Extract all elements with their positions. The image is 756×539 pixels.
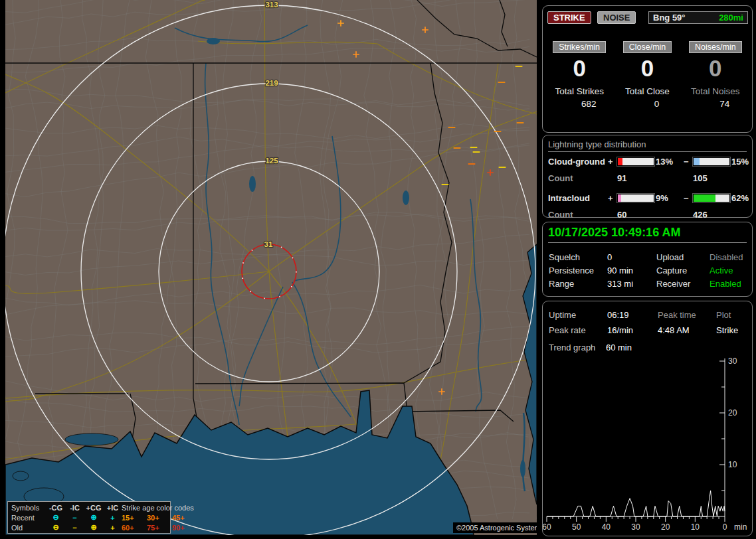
age-code: 45+ [172,514,197,522]
svg-text:20: 20 [661,522,670,532]
status-state: Disabled [709,252,748,262]
neg-count: 105 [693,173,731,183]
svg-text:10: 10 [691,522,700,532]
strike-stats-panel: STRIKE NOISE Bng 59° 280mi Strikes/min0T… [542,5,753,133]
range-value: 280mi [719,13,743,23]
legend-row: Old⊖−⊕+60+75+90+ [8,522,170,532]
status-value: 0 [607,252,656,262]
bar-fill [618,194,621,202]
neg-cg-symbol: ⊖ [46,513,66,522]
distribution-bar [693,157,730,166]
status-label: Capture [656,266,709,275]
ring-label-313: 313 [265,1,278,9]
status-label: Range [549,279,607,289]
map-canvas[interactable]: 31125219313 Symbols-CG-IC+CG+ICStrike ag… [5,0,537,535]
neg-ic-symbol: − [66,524,84,532]
strike-button[interactable]: STRIKE [547,11,591,24]
bar-fill [618,158,622,165]
svg-text:10: 10 [728,460,737,469]
bearing-range-display: Bng 59° 280mi [648,11,748,24]
status-rows: Squelch0UploadDisabledPersistence90 minC… [549,250,748,290]
trend-chart: 1020300102030405060min [543,301,751,534]
status-label: Squelch [549,252,607,262]
svg-text:0: 0 [723,522,727,532]
total-label: Total Strikes [545,86,613,96]
pos-percent: 13% [656,157,684,167]
distribution-bar [693,194,730,202]
lightning-map: 31125219313 [5,0,537,535]
rate-value: 0 [613,55,681,82]
plus-sign: + [608,157,617,167]
distribution-bar [617,157,654,166]
ring-label-125: 125 [265,157,278,165]
rate-label: Close/min [623,41,672,53]
age-code: 15+ [122,514,147,522]
legend-age-header: Strike age color codes [122,504,197,512]
total-value: 74 [691,99,756,109]
count-row: Count60426 [548,206,751,223]
total-value: 0 [622,99,690,109]
age-code: 90+ [172,524,197,532]
ring-label-31: 31 [264,240,273,248]
status-state: Enabled [709,279,748,289]
svg-text:40: 40 [602,522,611,532]
rate-counters: Strikes/min0Total Strikes682Close/min0To… [545,40,749,109]
rate-counter-column: Strikes/min0Total Strikes682 [545,40,613,109]
copyright: ©2005 Astrogenic Systems [453,522,537,533]
rate-counter-column: Close/min0Total Close0 [613,40,681,109]
bar-fill [694,158,700,165]
age-code: 60+ [122,524,147,532]
svg-text:20: 20 [728,408,737,418]
legend-row-label: Recent [11,514,46,522]
status-label: Receiver [656,279,709,289]
status-row: Range313 miReceiverEnabled [549,277,748,290]
rate-counter-column: Noises/min0Total Noises74 [682,40,749,109]
total-label: Total Close [613,86,681,96]
status-panel: 10/17/2025 10:49:16 AM Squelch0UploadDis… [542,222,753,297]
noise-button[interactable]: NOISE [597,11,636,24]
legend-row: Recent⊖−⊕+15+30+45+ [8,512,170,522]
rate-label: Noises/min [689,41,742,53]
datetime-display: 10/17/2025 10:49:16 AM [548,226,747,243]
pos-count: 60 [617,210,656,220]
legend-header: +IC [104,504,122,512]
pos-percent: 9% [656,193,684,203]
rate-value: 0 [545,55,613,82]
svg-text:50: 50 [572,522,581,532]
status-label: Persistence [549,266,607,275]
plus-sign: + [608,193,617,203]
neg-cg-symbol: ⊖ [46,523,66,532]
pos-ic-symbol: + [104,514,122,522]
neg-percent: 62% [731,193,756,203]
svg-text:60: 60 [543,522,551,532]
legend-row-label: Old [11,524,46,532]
legend-header: -IC [66,504,84,512]
status-row: Persistence90 minCaptureActive [549,264,748,277]
app-window: 31125219313 Symbols-CG-IC+CG+ICStrike ag… [0,0,756,539]
distribution-title: Lightning type distribution [548,139,747,152]
minus-sign: − [684,157,693,167]
count-row: Count91105 [548,170,751,187]
type-name: Cloud-ground [548,157,608,167]
age-code: 30+ [147,514,172,522]
svg-text:30: 30 [728,356,737,366]
ring-label-219: 219 [265,79,278,87]
pos-count: 91 [617,173,656,183]
count-label: Count [548,210,608,220]
svg-text:30: 30 [631,522,640,532]
status-value: 90 min [607,266,656,275]
pos-cg-symbol: ⊕ [84,523,104,532]
bar-fill [694,194,715,202]
status-state: Active [709,266,748,275]
bearing-value: Bng 59° [653,13,686,23]
distribution-row: Cloud-ground+13%−15% [548,153,751,170]
neg-count: 426 [693,210,731,220]
rate-value: 0 [682,55,749,82]
pos-ic-symbol: + [104,524,122,532]
legend-header-row: Symbols-CG-IC+CG+ICStrike age color code… [8,502,170,512]
trend-panel: Uptime06:19Peak timePlotPeak rate16/min4… [542,301,753,536]
status-label: Upload [656,252,709,262]
legend-header: -CG [46,504,66,512]
minus-sign: − [684,193,693,203]
total-value: 682 [555,99,622,109]
